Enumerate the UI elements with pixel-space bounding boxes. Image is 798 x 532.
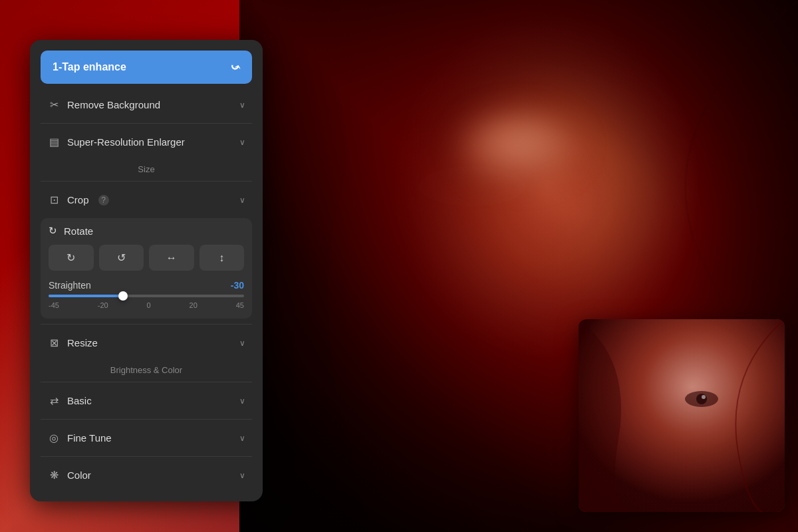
rotate-header: ↻ Rotate: [49, 225, 244, 237]
color-icon: ❋: [47, 469, 61, 481]
svg-point-0: [419, 166, 525, 206]
magic-wand-icon: ⤿: [227, 59, 243, 76]
resize-chevron: ∨: [239, 338, 245, 348]
divider-6: [41, 456, 252, 457]
rotate-section: ↻ Rotate ↻ ↺ ↔ ↕ Straighten -30 -45 -20 …: [41, 218, 252, 319]
straighten-label: Straighten: [49, 280, 91, 291]
basic-left: ⇄ Basic: [47, 394, 92, 407]
scissors-icon: ✂: [47, 98, 61, 111]
rotate-label: Rotate: [64, 225, 93, 237]
super-resolution-item[interactable]: ▤ Super-Resolution Enlarger ∨: [41, 126, 252, 158]
slider-label-min: -45: [49, 301, 59, 309]
remove-background-chevron: ∨: [239, 100, 245, 110]
slider-label-0: 0: [147, 301, 151, 309]
crop-chevron: ∨: [239, 196, 245, 205]
crop-help-icon[interactable]: ?: [98, 195, 109, 205]
resize-left: ⊠ Resize: [47, 336, 98, 349]
sidebar-panel: 1-Tap enhance ⤿ ✂ Remove Background ∨ ▤ …: [30, 40, 263, 501]
rotate-cw-button[interactable]: ↻: [49, 245, 94, 271]
slider-fill: [49, 295, 123, 297]
remove-background-label: Remove Background: [67, 99, 160, 110]
slider-label-n20: -20: [98, 301, 108, 309]
thumbnail-overlay: [579, 319, 785, 512]
flip-vertical-button[interactable]: ↕: [200, 245, 245, 271]
crop-icon: ⊡: [47, 194, 61, 206]
svg-point-4: [702, 395, 706, 399]
fine-tune-label: Fine Tune: [67, 432, 112, 444]
rotate-icon: ↻: [49, 225, 57, 237]
color-label: Color: [67, 469, 91, 481]
fine-tune-item[interactable]: ◎ Fine Tune ∨: [41, 422, 252, 454]
divider-4: [41, 382, 252, 382]
remove-background-left: ✂ Remove Background: [47, 98, 160, 111]
divider-1: [41, 123, 252, 124]
tap-enhance-label: 1-Tap enhance: [53, 61, 126, 73]
color-left: ❋ Color: [47, 469, 91, 481]
crop-label: Crop: [67, 194, 89, 205]
svg-point-3: [696, 394, 707, 404]
basic-icon: ⇄: [47, 394, 61, 407]
super-resolution-left: ▤ Super-Resolution Enlarger: [47, 136, 185, 148]
rotate-ccw-button[interactable]: ↺: [99, 245, 144, 271]
flip-horizontal-button[interactable]: ↔: [149, 245, 194, 271]
divider-5: [41, 419, 252, 420]
fine-tune-left: ◎ Fine Tune: [47, 432, 112, 444]
resize-item[interactable]: ⊠ Resize ∨: [41, 327, 252, 358]
straighten-slider-container[interactable]: -45 -20 0 20 45: [49, 295, 244, 309]
divider-2: [41, 181, 252, 182]
resize-icon: ⊠: [47, 336, 61, 349]
resize-label: Resize: [67, 337, 98, 348]
color-item[interactable]: ❋ Color ∨: [41, 460, 252, 491]
remove-background-item[interactable]: ✂ Remove Background ∨: [41, 89, 252, 120]
rotate-controls: ↻ ↺ ↔ ↕: [49, 245, 244, 271]
straighten-value: -30: [231, 280, 244, 291]
divider-3: [41, 324, 252, 325]
thumbnail-preview: [579, 319, 785, 512]
slider-track: [49, 295, 244, 297]
straighten-row: Straighten -30: [49, 280, 244, 291]
slider-thumb[interactable]: [118, 291, 128, 301]
photo-highlight: [452, 106, 585, 186]
brightness-section-label: Brightness & Color: [41, 358, 252, 379]
basic-label: Basic: [67, 395, 92, 406]
crop-item[interactable]: ⊡ Crop ? ∨: [41, 184, 252, 215]
basic-item[interactable]: ⇄ Basic ∨: [41, 385, 252, 416]
crop-left: ⊡ Crop ?: [47, 194, 109, 206]
image-icon: ▤: [47, 136, 61, 148]
slider-labels: -45 -20 0 20 45: [49, 301, 244, 309]
tap-enhance-button[interactable]: 1-Tap enhance ⤿: [41, 51, 252, 84]
slider-label-20: 20: [190, 301, 198, 309]
fine-tune-icon: ◎: [47, 432, 61, 444]
super-resolution-label: Super-Resolution Enlarger: [67, 136, 185, 148]
fine-tune-chevron: ∨: [239, 434, 245, 443]
size-section-label: Size: [41, 158, 252, 178]
basic-chevron: ∨: [239, 396, 245, 406]
slider-label-max: 45: [236, 301, 244, 309]
super-resolution-chevron: ∨: [239, 138, 245, 147]
color-chevron: ∨: [239, 471, 245, 480]
